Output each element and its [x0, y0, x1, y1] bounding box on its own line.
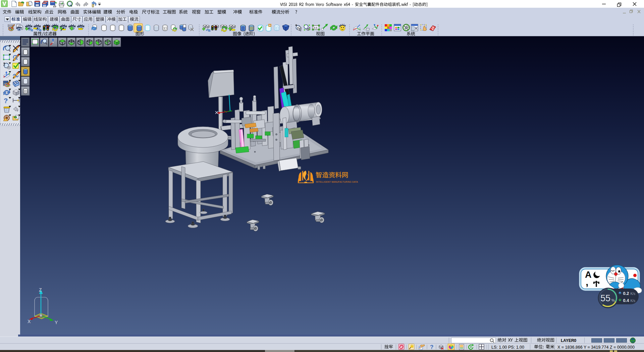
- svg-text:X: X: [28, 319, 31, 324]
- svg-text:Y: Y: [55, 320, 58, 325]
- svg-text:Z: Z: [39, 287, 42, 293]
- svg-text:55: 55: [600, 293, 610, 303]
- svg-text:%: %: [611, 298, 615, 302]
- svg-text:?: ?: [4, 97, 8, 104]
- svg-text:?: ?: [430, 344, 433, 350]
- svg-text:0.2: 0.2: [623, 291, 629, 296]
- svg-text:K/s: K/s: [630, 292, 635, 296]
- svg-text:0.4: 0.4: [623, 298, 629, 303]
- svg-text:K/s: K/s: [630, 299, 635, 303]
- svg-text:INTELLIGENT MANUFACTURING DATA: INTELLIGENT MANUFACTURING DATA: [316, 181, 358, 183]
- svg-text:1:1: 1:1: [314, 27, 317, 29]
